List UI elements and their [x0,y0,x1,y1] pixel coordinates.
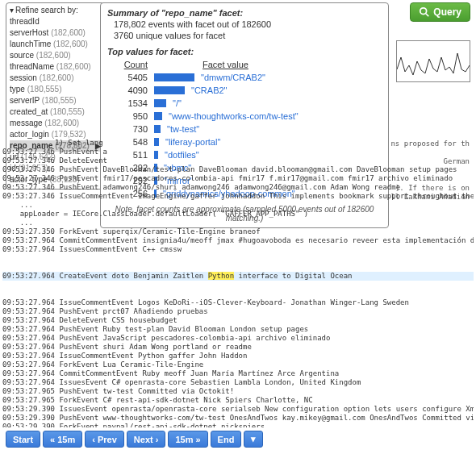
log-line[interactable]: 09:53:27.964 IssuesEvent C# openrasta-co… [2,378,474,387]
refine-item-threadId[interactable]: threadId [10,16,101,27]
refine-item-type[interactable]: type (180,555) [10,84,101,95]
log-line[interactable]: 09:53:29.390 PushEvent www-thoughtworks-… [2,414,474,423]
log-line-highlight[interactable]: 09:53:27.964 CreateEvent doto Benjamin Z… [2,272,474,281]
refine-title: ▾ Refine search by: [10,6,101,15]
facet-head-value: Facet value [203,60,248,69]
mini-chart [396,40,470,82]
refine-item-threadName[interactable]: threadName (182,600) [10,61,101,73]
facet-count: 1534 [107,97,148,110]
log-line[interactable]: 09:53:27.964 IssueCommentEvent Logos KeD… [2,298,474,307]
facet-bar [154,73,194,81]
search-hit: Python [208,272,235,280]
log-line[interactable]: 09:53:27.964 PushEvent Ruby test-plan Da… [2,325,474,334]
facet-summary-line: 3760 unique values for facet [114,31,382,40]
search-icon [419,6,430,18]
facet-row: 1534"/" [107,97,382,110]
refine-item-source[interactable]: source (182,600) [10,50,101,61]
facet-row: 4090"CRAB2" [107,84,382,97]
query-label: Query [433,6,461,18]
facet-head-count: Count [107,60,148,69]
facet-bar [154,86,185,94]
log-line[interactable]: 09:53:27.964 PushEvent prct07 Añadiendo … [2,307,474,316]
log-line[interactable]: ... [2,201,474,210]
refine-item-session[interactable]: session (182,600) [10,73,101,84]
log-line[interactable]: 09:53:29.390 IssuesEvent openrasta/openr… [2,405,474,414]
facet-count: 5405 [107,71,148,84]
log-line[interactable]: 09:53:27.964 IssueCommentEvent Python ga… [2,352,474,360]
svg-point-0 [420,8,427,15]
log-line[interactable]: 09:53:27.964 PushEvent JavaScript pescad… [2,334,474,343]
log-line[interactable]: 09:53:27.346 PushEvent DaveBlooman/test-… [2,165,474,174]
refine-item-serverHost[interactable]: serverHost (182,600) [10,27,101,39]
log-line[interactable]: 09:53:27.964 CommitCommentEvent insignia… [2,236,474,245]
log-line[interactable]: 09:53:27.964 IssuesCommentEvent C++ cmss… [2,245,474,254]
more-button[interactable]: ▾ [244,431,263,448]
log-line[interactable]: 09:53:27.346 PushEvent a [2,148,474,156]
refine-item-serverIP[interactable]: serverIP (180,555) [10,95,101,106]
facet-value-link[interactable]: "/" [173,97,182,110]
fwd-15m-button[interactable]: 15m » [168,431,207,448]
expand-icon[interactable]: ▾ [10,6,14,15]
facet-summary-line: 178,802 events with facet out of 182600 [114,19,382,29]
facet-count: 4090 [107,84,148,97]
log-line[interactable]: 09:53:27.350 ForkEvent superqix/Ceramic-… [2,227,474,236]
next-button[interactable]: Next › [127,431,166,448]
facet-title: Summary of "repo_name" facet: [107,8,382,18]
log-line[interactable]: 09:53:29.390 ForkEvent paypal/rest-api-s… [2,423,474,427]
back-15m-button[interactable]: « 15m [43,431,82,448]
log-line[interactable]: ... [2,219,474,227]
log-line[interactable]: 09:53:27.346 PushEvent adamwong246/shuri… [2,183,474,192]
start-button[interactable]: Start [6,431,40,448]
query-button[interactable]: Query [410,2,470,22]
end-button[interactable]: End [211,431,242,448]
log-line[interactable]: 09:53:27.964 DeleteEvent CSS housebudget [2,316,474,325]
facet-top-title: Top values for facet: [107,47,382,56]
refine-item-launchTime[interactable]: launchTime (182,600) [10,39,101,50]
facet-value-link[interactable]: "dmwm/CRAB2" [201,71,265,84]
prev-button[interactable]: ‹ Prev [85,431,124,448]
facet-row: 5405"dmwm/CRAB2" [107,71,382,84]
log-line[interactable]: 09:53:27.964 CommitCommentEvent Ruby meo… [2,369,474,378]
facet-bar [154,112,162,120]
pager: Start « 15m ‹ Prev Next › 15m » End ▾ [6,431,263,448]
log-line[interactable]: 09:53:27.964 ForkEvent Lua Ceramic-Tile-… [2,360,474,369]
log-line[interactable]: 09:53:27.346 IssueCommentEvent ImageEngi… [2,192,474,201]
log-line[interactable]: appLoader = IECore.ClassLoader.defaultLo… [2,210,474,219]
refine-item-created_at[interactable]: created_at (180,555) [10,106,101,118]
log-line[interactable]: 09:53:27.964 PushEvent shuri Adam Wong p… [2,343,474,352]
log-line[interactable]: 09:53:27.965 PushEvent tw-test Committed… [2,387,474,396]
log-line[interactable]: 09:53:27.346 DeleteEvent [2,156,474,165]
log-line[interactable]: 09:53:27.346 PushEvent fmir17/pescadores… [2,174,474,183]
svg-line-1 [426,14,429,17]
log-line[interactable]: 1) Set lang [2,139,474,148]
facet-bar [154,99,166,107]
log-area[interactable]: 1) Set lang09:53:27.346 PushEvent a09:53… [2,121,474,427]
log-line[interactable]: 09:53:27.965 ForkEvent C# rest-api-sdk-d… [2,396,474,405]
facet-value-link[interactable]: "CRAB2" [191,84,228,97]
